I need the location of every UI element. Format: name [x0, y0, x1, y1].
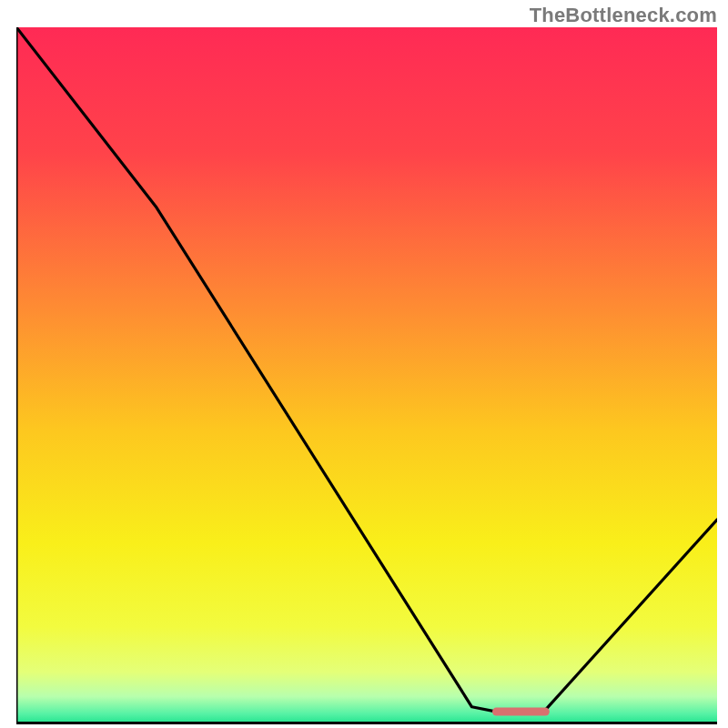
- watermark-text: TheBottleneck.com: [530, 4, 717, 27]
- gradient-background: [16, 27, 717, 724]
- chart-svg: [16, 27, 717, 724]
- bottleneck-chart: [16, 27, 717, 724]
